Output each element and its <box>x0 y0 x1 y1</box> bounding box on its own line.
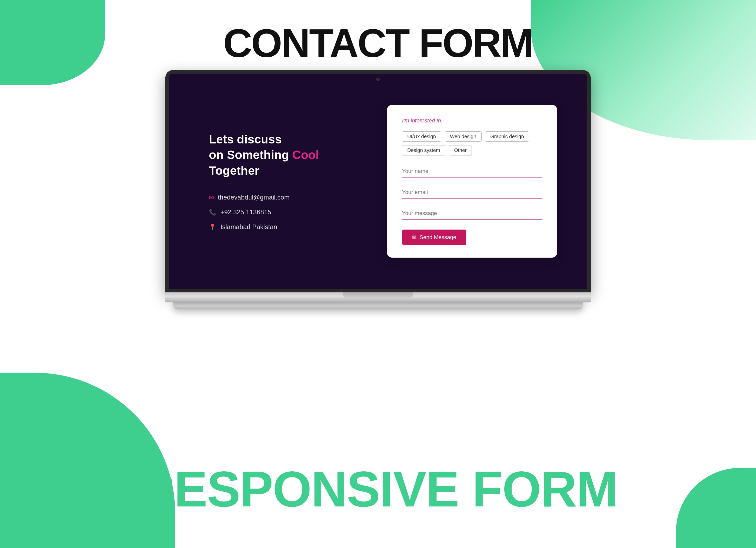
bg-blob-bottom-right <box>676 468 756 548</box>
location-text: Islamabad Pakistan <box>220 223 277 231</box>
tagline: Lets discuss on Something Cool Together <box>209 132 362 178</box>
message-field <box>402 207 542 219</box>
tagline-line2: on Something <box>209 148 292 161</box>
tag-graphic-design[interactable]: Graphic design <box>485 131 529 142</box>
contact-phone: 📞 +92 325 1136815 <box>209 208 362 216</box>
name-field <box>402 165 542 177</box>
screen-bezel: Lets discuss on Something Cool Together … <box>179 84 577 279</box>
send-button-icon: ✉ <box>412 234 417 240</box>
contact-email: ✉ thedevabdul@gmail.com <box>209 193 362 201</box>
name-input[interactable] <box>402 165 542 177</box>
camera-dot <box>376 78 380 81</box>
screen-content: Lets discuss on Something Cool Together … <box>179 84 577 279</box>
form-fields <box>402 165 542 219</box>
form-card: I'm interested In.. UI/Ux design Web des… <box>387 105 557 257</box>
location-icon: 📍 <box>209 223 216 230</box>
info-panel: Lets discuss on Something Cool Together … <box>199 122 372 241</box>
tag-other[interactable]: Other <box>449 145 472 155</box>
tag-design-system[interactable]: Design system <box>402 145 445 155</box>
phone-text: +92 325 1136815 <box>220 208 271 216</box>
laptop-screen: Lets discuss on Something Cool Together … <box>165 70 591 293</box>
phone-icon: 📞 <box>209 209 216 216</box>
page-title: CONTACT FORM <box>223 20 533 66</box>
send-button[interactable]: ✉ Send Message <box>402 229 466 245</box>
laptop-bottom <box>173 303 583 310</box>
bottom-title: RESPONSIVE FORM <box>139 460 618 518</box>
email-input[interactable] <box>402 186 542 198</box>
laptop: Lets discuss on Something Cool Together … <box>165 70 591 310</box>
email-field <box>402 186 542 198</box>
bg-blob-top-left <box>0 0 105 85</box>
tag-ui-ux[interactable]: UI/Ux design <box>402 131 441 142</box>
tag-web-design[interactable]: Web design <box>445 131 482 142</box>
tagline-line1: Lets discuss <box>209 133 282 146</box>
send-button-label: Send Message <box>420 234 456 240</box>
form-card-title: I'm interested In.. <box>402 117 542 124</box>
contact-location: 📍 Islamabad Pakistan <box>209 223 362 231</box>
tagline-line3: Together <box>209 164 259 177</box>
laptop-base <box>165 293 591 303</box>
email-text: thedevabdul@gmail.com <box>218 193 290 201</box>
tagline-highlight: Cool <box>292 148 319 161</box>
contact-info: ✉ thedevabdul@gmail.com 📞 +92 325 113681… <box>209 193 362 231</box>
email-icon: ✉ <box>209 194 214 201</box>
interest-tags: UI/Ux design Web design Graphic design D… <box>402 131 542 155</box>
message-input[interactable] <box>402 207 542 219</box>
